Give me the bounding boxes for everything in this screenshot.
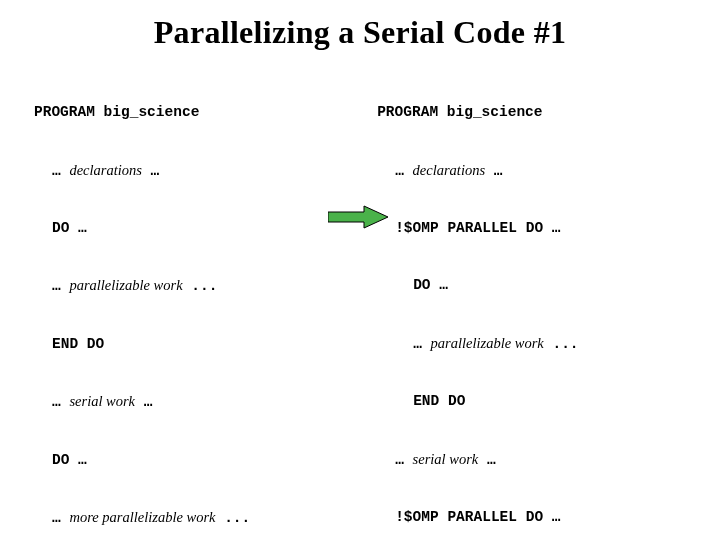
content-columns: PROGRAM big_science … declarations … DO … (34, 65, 686, 540)
code-line: … declarations … (377, 161, 686, 181)
code-line: … parallelizable work ... (34, 276, 333, 296)
arrow-icon (328, 205, 388, 229)
code-line: PROGRAM big_science (34, 103, 333, 122)
code-line: DO … (34, 219, 333, 238)
svg-marker-0 (328, 206, 388, 228)
code-line: END DO (34, 335, 333, 354)
code-line: END DO (377, 392, 686, 411)
code-line: !$OMP PARALLEL DO … (377, 508, 686, 527)
code-line: … declarations … (34, 161, 333, 181)
code-line: … serial work … (377, 450, 686, 470)
code-line: … serial work … (34, 392, 333, 412)
code-line: … more parallelizable work ... (34, 508, 333, 528)
serial-code-block: PROGRAM big_science … declarations … DO … (34, 65, 333, 540)
code-line: !$OMP PARALLEL DO … (377, 219, 686, 238)
slide-title: Parallelizing a Serial Code #1 (34, 14, 686, 51)
parallel-code-block: PROGRAM big_science … declarations … !$O… (377, 65, 686, 540)
code-line: DO … (34, 451, 333, 470)
code-line: … parallelizable work ... (377, 334, 686, 354)
code-line: PROGRAM big_science (377, 103, 686, 122)
code-line: DO … (377, 276, 686, 295)
